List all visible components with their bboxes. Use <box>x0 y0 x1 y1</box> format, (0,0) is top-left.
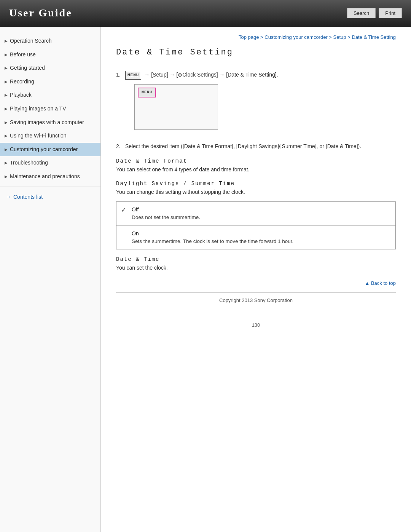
sidebar-item-before-use[interactable]: ▶ Before use <box>0 48 100 62</box>
back-to-top: ▲ Back to top <box>116 280 396 286</box>
screenshot-box: MENU <box>134 84 218 130</box>
sidebar-item-wifi[interactable]: ▶ Using the Wi-Fi function <box>0 129 100 143</box>
sidebar-item-saving-images[interactable]: ▶ Saving images with a computer <box>0 116 100 129</box>
sidebar-item-recording[interactable]: ▶ Recording <box>0 75 100 89</box>
option-off-label: Off <box>132 206 391 214</box>
sidebar-arrow-icon: ▶ <box>5 38 8 44</box>
date-time-heading: Date & Time <box>116 256 396 262</box>
breadcrumb-sep3: > <box>346 34 352 40</box>
option-off-detail: Does not set the summertime. <box>132 214 391 221</box>
layout: ▶ Operation Search ▶ Before use ▶ Gettin… <box>0 27 411 532</box>
sidebar-item-playing-images[interactable]: ▶ Playing images on a TV <box>0 102 100 116</box>
sidebar-arrow-icon: ▶ <box>5 147 8 152</box>
sidebar-item-troubleshooting[interactable]: ▶ Troubleshooting <box>0 156 100 170</box>
date-time-desc: You can set the clock. <box>116 264 396 272</box>
breadcrumb-setup[interactable]: Setup <box>333 34 346 40</box>
sidebar-arrow-icon: ▶ <box>5 106 8 112</box>
date-time-format-desc: You can select one from 4 types of date … <box>116 166 396 174</box>
option-row-off: ✓ Off Does not set the summertime. <box>116 202 395 225</box>
header: User Guide Search Print <box>0 0 411 27</box>
sidebar-arrow-icon: ▶ <box>5 93 8 98</box>
page-number: 130 <box>116 322 396 328</box>
print-button[interactable]: Print <box>379 8 402 18</box>
step-2: 2. Select the desired item ([Date & Time… <box>116 142 396 150</box>
sidebar-arrow-icon: ▶ <box>5 52 8 58</box>
back-to-top-link[interactable]: ▲ Back to top <box>365 280 396 286</box>
daylight-savings-heading: Daylight Savings / Summer Time <box>116 181 396 187</box>
option-on-label: On <box>132 230 391 238</box>
sidebar-item-operation-search[interactable]: ▶ Operation Search <box>0 34 100 48</box>
arrow-right-icon: → <box>6 194 11 200</box>
sidebar-item-playback[interactable]: ▶ Playback <box>0 88 100 102</box>
menu-icon-box: MENU <box>125 72 143 78</box>
screenshot-menu-button: MENU <box>138 88 156 97</box>
option-row-on: On Sets the summertime. The clock is set… <box>116 226 395 249</box>
sidebar-arrow-icon: ▶ <box>5 79 8 85</box>
step-2-text: Select the desired item ([Date & Time Fo… <box>125 143 361 149</box>
copyright: Copyright 2013 Sony Corporation <box>116 297 396 311</box>
step-2-content: Select the desired item ([Date & Time Fo… <box>125 142 396 150</box>
footer-separator <box>116 292 396 293</box>
sidebar-item-customizing[interactable]: ▶ Customizing your camcorder <box>0 143 100 157</box>
app-title: User Guide <box>9 7 72 19</box>
sidebar-arrow-icon: ▶ <box>5 174 8 179</box>
sidebar-item-getting-started[interactable]: ▶ Getting started <box>0 61 100 75</box>
sidebar-arrow-icon: ▶ <box>5 66 8 71</box>
daylight-savings-desc: You can change this setting without stop… <box>116 188 396 196</box>
option-on-content: On Sets the summertime. The clock is set… <box>130 226 395 249</box>
breadcrumb-top[interactable]: Top page <box>239 34 259 40</box>
search-button[interactable]: Search <box>347 8 376 18</box>
breadcrumb-customizing[interactable]: Customizing your camcorder <box>264 34 327 40</box>
date-time-format-heading: Date & Time Format <box>116 158 396 164</box>
sidebar-divider <box>0 187 100 187</box>
main-content: Top page > Customizing your camcorder > … <box>101 27 411 532</box>
step-1: 1. MENU → [Setup] → [⊕Clock Settings] → … <box>116 70 396 134</box>
breadcrumb-sep2: > <box>328 34 333 40</box>
option-on-detail: Sets the summertime. The clock is set to… <box>132 238 391 245</box>
option-off-content: Off Does not set the summertime. <box>130 202 395 225</box>
breadcrumb-sep1: > <box>259 34 264 40</box>
sidebar: ▶ Operation Search ▶ Before use ▶ Gettin… <box>0 27 101 532</box>
options-table: ✓ Off Does not set the summertime. On Se… <box>116 201 396 249</box>
option-off-check: ✓ <box>116 202 130 217</box>
contents-list-link[interactable]: → Contents list <box>0 190 100 204</box>
page-title: Date & Time Setting <box>116 48 396 61</box>
breadcrumb-current: Date & Time Setting <box>352 34 396 40</box>
option-on-check <box>116 226 130 234</box>
step-2-number: 2. <box>116 142 125 150</box>
step-1-number: 1. <box>116 70 125 79</box>
sidebar-arrow-icon: ▶ <box>5 160 8 166</box>
breadcrumb: Top page > Customizing your camcorder > … <box>116 34 396 40</box>
sidebar-arrow-icon: ▶ <box>5 120 8 125</box>
sidebar-arrow-icon: ▶ <box>5 133 8 139</box>
header-buttons: Search Print <box>347 8 402 18</box>
step-1-text: → [Setup] → [⊕Clock Settings] → [Date & … <box>144 72 278 78</box>
sidebar-item-maintenance[interactable]: ▶ Maintenance and precautions <box>0 170 100 184</box>
step-1-content: MENU → [Setup] → [⊕Clock Settings] → [Da… <box>125 70 396 134</box>
